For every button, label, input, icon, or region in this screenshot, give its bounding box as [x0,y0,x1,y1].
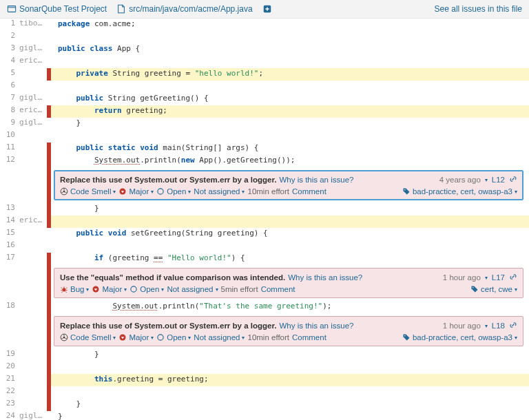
code-content[interactable]: System.out.println("That's the same gree… [51,301,529,313]
svg-point-9 [131,286,136,292]
issue-type-badge[interactable]: Code Smell▾ [60,187,116,196]
project-breadcrumb[interactable]: SonarQube Test Project [7,4,107,14]
svg-point-14 [158,335,163,340]
issue-comment-link[interactable]: Comment [292,187,326,196]
why-issue-link[interactable]: Why is this an issue? [279,322,353,330]
code-content[interactable]: } [51,411,529,420]
code-content[interactable]: public String getGreeting() { [51,93,529,105]
code-content[interactable]: } [51,399,529,411]
code-line: 15 public void setGreeting(String greeti… [0,228,529,240]
line-author [19,361,47,374]
why-issue-link[interactable]: Why is this an issue? [288,273,362,282]
line-number: 16 [0,240,19,253]
issue-severity-badge[interactable]: Major▾ [118,333,154,342]
issue-assignee-badge[interactable]: Not assigned▾ [167,285,218,293]
file-path[interactable]: src/main/java/com/acme/App.java [129,4,252,14]
code-content[interactable] [51,31,529,43]
code-content[interactable]: public class App { [51,43,529,56]
issue-status-badge[interactable]: Open▾ [129,285,164,293]
permalink-icon[interactable] [509,273,517,282]
issue-comment-link[interactable]: Comment [292,333,326,342]
issue-age: 1 hour ago [443,322,481,330]
code-line: 24 gigl… } [0,411,529,420]
code-content[interactable]: package com.acme; [51,19,529,31]
issue-message: Use the "equals" method if value compari… [60,273,285,282]
issue-comment-link[interactable]: Comment [261,285,295,293]
line-author [19,386,47,399]
chevron-down-icon[interactable]: ▾ [485,177,488,183]
line-number: 18 [0,301,19,313]
project-icon [7,4,17,14]
issue-severity-badge[interactable]: Major▾ [92,285,127,293]
svg-point-15 [404,335,406,337]
issue-box[interactable]: Replace this use of System.out or System… [54,170,523,200]
see-all-issues-link[interactable]: See all issues in this file [435,4,522,14]
line-number: 8 [0,105,19,118]
issue-line-ref[interactable]: L18 [492,322,505,330]
line-number: 1 [0,19,19,31]
code-content[interactable]: } [51,349,529,361]
svg-rect-0 [8,6,15,12]
file-breadcrumb[interactable]: src/main/java/com/acme/App.java [116,4,252,14]
issue-line-ref[interactable]: L12 [492,176,505,184]
issue-assignee-badge[interactable]: Not assigned▾ [194,187,245,196]
issue-type-badge[interactable]: Code Smell▾ [60,333,116,342]
file-header: SonarQube Test Project src/main/java/com… [0,0,529,19]
code-line: 11 public static void main(String[] args… [0,143,529,155]
code-content[interactable]: private String greeting = "hello world!"… [51,68,529,81]
line-number: 13 [0,203,19,216]
why-issue-link[interactable]: Why is this an issue? [279,176,353,184]
code-content[interactable]: } [51,118,529,130]
line-number: 15 [0,228,19,240]
chevron-down-icon[interactable]: ▾ [485,275,488,281]
issue-status-badge[interactable]: Open▾ [156,187,191,196]
code-content[interactable]: System.out.println(new App().getGreeting… [51,155,529,167]
permalink-icon[interactable] [509,175,517,185]
line-number: 4 [0,56,19,68]
code-content[interactable]: this.greeting = greeting; [51,374,529,386]
code-line: 22 [0,386,529,399]
code-content[interactable] [51,361,529,374]
code-content[interactable]: public void setGreeting(String greeting)… [51,228,529,240]
svg-point-5 [158,189,163,194]
chevron-down-icon[interactable]: ▾ [485,323,488,329]
line-author: gigl… [19,411,47,420]
code-content[interactable] [51,130,529,143]
line-author [19,301,47,313]
code-content[interactable] [51,240,529,253]
permalink-icon[interactable] [509,321,517,330]
project-name[interactable]: SonarQube Test Project [19,4,107,14]
issue-assignee-badge[interactable]: Not assigned▾ [194,333,245,342]
line-number: 6 [0,81,19,93]
issue-box[interactable]: Replace this use of System.out or System… [54,316,523,346]
code-content[interactable] [51,81,529,93]
line-author [19,374,47,386]
issue-tags[interactable]: cert, cwe▾ [470,285,517,293]
line-number: 17 [0,253,19,265]
code-content[interactable] [51,56,529,68]
code-content[interactable]: public static void main(String[] args) { [51,143,529,155]
issue-severity-badge[interactable]: Major▾ [118,187,154,196]
issue-box[interactable]: Use the "equals" method if value compari… [54,268,523,298]
issue-tags[interactable]: bad-practice, cert, owasp-a3▾ [402,333,517,342]
line-author [19,68,47,81]
issue-message: Replace this use of System.out or System… [60,322,276,330]
line-number: 5 [0,68,19,81]
line-number: 23 [0,399,19,411]
code-content[interactable]: return greeting; [51,105,529,118]
line-author: eric… [19,216,47,228]
code-line: 10 [0,130,529,143]
extra-action[interactable] [262,4,272,14]
issue-line-ref[interactable]: L17 [492,273,505,282]
line-author [19,349,47,361]
issue-type-badge[interactable]: Bug▾ [60,285,89,293]
issue-tags[interactable]: bad-practice, cert, owasp-a3▾ [402,187,517,196]
issue-status-badge[interactable]: Open▾ [156,333,191,342]
code-line: 12 System.out.println(new App().getGreet… [0,155,529,167]
code-content[interactable]: if (greeting == "Hello world!") { [51,253,529,265]
code-content[interactable] [51,386,529,399]
code-content[interactable] [51,216,529,228]
code-line: 19 } [0,349,529,361]
code-content[interactable]: } [51,203,529,216]
code-line: 2 [0,31,529,43]
